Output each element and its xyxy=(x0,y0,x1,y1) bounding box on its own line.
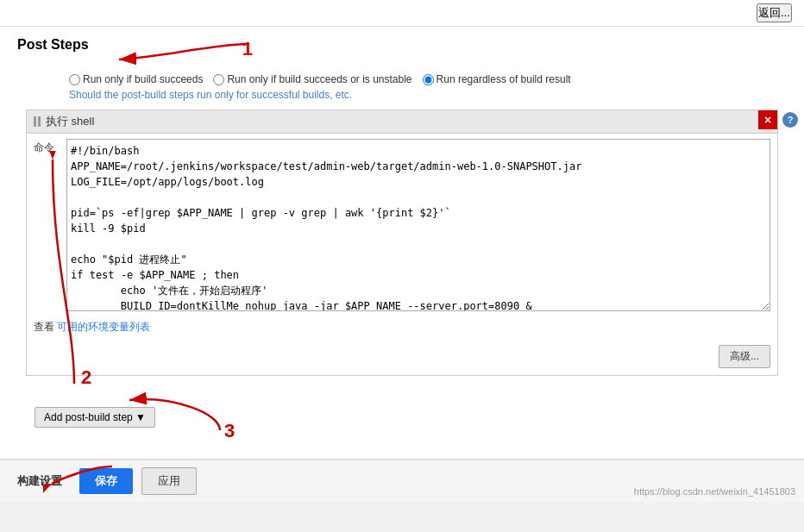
env-link-row: 查看 可用的环境变量列表 xyxy=(27,316,777,341)
bottom-section-title: 构建设置 xyxy=(17,473,62,489)
advanced-row: 高级... xyxy=(27,341,777,375)
radio-item-3[interactable]: Run regardless of build result xyxy=(423,73,571,85)
radio-build-unstable[interactable] xyxy=(213,74,224,85)
radio-item-2[interactable]: Run only if build succeeds or is unstabl… xyxy=(213,73,411,85)
env-link[interactable]: 可用的环境变量列表 xyxy=(57,321,150,333)
return-button[interactable]: 返回... xyxy=(757,3,792,22)
add-step-row: Add post-build step ▼ 3 xyxy=(17,385,787,450)
radio-build-regardless[interactable] xyxy=(423,74,434,85)
add-post-build-step-button[interactable]: Add post-build step ▼ xyxy=(35,407,155,428)
grip-icon xyxy=(34,116,41,127)
shell-block: 执行 shell × ? 命令 2 查看 可用的环境变量列表 高级... xyxy=(26,110,778,376)
env-link-prefix: 查看 xyxy=(34,321,57,333)
annotation-label-1: 1 xyxy=(242,38,253,60)
save-button[interactable]: 保存 xyxy=(79,468,133,494)
top-bar: 返回... xyxy=(0,0,804,26)
radio-group: Run only if build succeeds Run only if b… xyxy=(17,68,787,89)
shell-title: 执行 shell xyxy=(46,114,94,129)
command-row: 命令 2 xyxy=(27,134,777,316)
radio-build-succeeds[interactable] xyxy=(69,74,80,85)
svg-text:3: 3 xyxy=(224,420,235,441)
grip-dot-1 xyxy=(34,116,36,127)
grip-dot-2 xyxy=(38,116,41,127)
radio-label-2: Run only if build succeeds or is unstabl… xyxy=(227,73,411,85)
command-label: 命令 xyxy=(34,139,60,311)
shell-header: 执行 shell × ? xyxy=(27,110,777,134)
post-steps-section: Post Steps 1 Run only if build succeeds … xyxy=(0,27,804,459)
bottom-section: 构建设置 保存 应用 https://blog.csdn.net/weixin_… xyxy=(0,460,804,502)
radio-label-3: Run regardless of build result xyxy=(437,73,571,85)
help-icon[interactable]: ? xyxy=(782,112,798,128)
post-steps-title: Post Steps xyxy=(17,37,89,53)
apply-button[interactable]: 应用 xyxy=(141,467,197,495)
command-textarea[interactable] xyxy=(66,139,770,311)
watermark: https://blog.csdn.net/weixin_41451803 xyxy=(634,486,795,497)
advanced-button[interactable]: 高级... xyxy=(719,345,770,368)
radio-label-1: Run only if build succeeds xyxy=(83,73,203,85)
close-button[interactable]: × xyxy=(758,110,777,129)
radio-item-1[interactable]: Run only if build succeeds xyxy=(69,73,203,85)
hint-text: Should the post-build steps run only for… xyxy=(17,89,787,101)
annotation-arrow-3: 3 xyxy=(216,387,319,439)
